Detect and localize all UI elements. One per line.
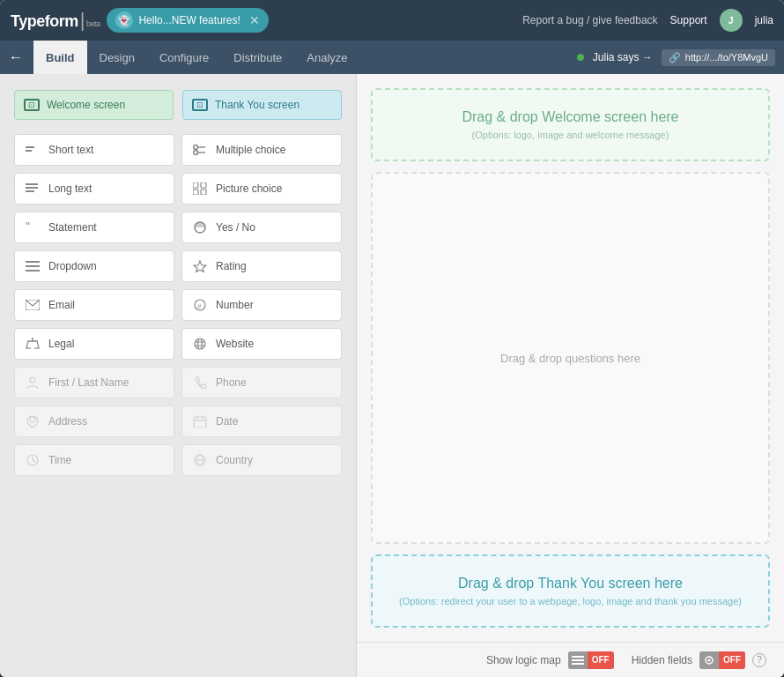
svg-rect-11 — [193, 190, 198, 195]
field-label: Long text — [48, 182, 92, 195]
svg-rect-7 — [26, 187, 38, 189]
field-label: Statement — [48, 221, 97, 234]
field-phone: Phone — [181, 367, 342, 398]
field-label: Phone — [216, 376, 247, 389]
avatar: J — [720, 9, 743, 32]
nav-build[interactable]: Build — [33, 41, 87, 74]
field-website[interactable]: Website — [181, 328, 342, 360]
nav-configure[interactable]: Configure — [147, 41, 221, 74]
field-time: Time — [14, 444, 174, 476]
legal-icon — [24, 337, 41, 351]
svg-point-31 — [30, 377, 35, 383]
email-icon — [24, 298, 41, 312]
hidden-fields-toggle-icon — [699, 651, 719, 669]
field-dropdown[interactable]: Dropdown — [14, 250, 174, 282]
nav-analyze[interactable]: Analyze — [294, 41, 359, 74]
field-email[interactable]: Email — [14, 289, 174, 321]
close-icon[interactable]: ✕ — [249, 13, 260, 27]
field-number[interactable]: # Number — [181, 289, 342, 321]
svg-text:#: # — [197, 302, 202, 310]
svg-point-2 — [194, 145, 198, 150]
sidebar: ⊡ Welcome screen ⊡ Thank You screen Shor… — [0, 74, 357, 677]
field-short-text[interactable]: Short text — [14, 134, 174, 166]
field-label: First / Last Name — [48, 376, 129, 389]
topbar-right: Report a bug / give feedback Support J j… — [522, 9, 773, 32]
svg-marker-18 — [194, 261, 206, 272]
nav-right: Julia says → 🔗 http://.../to/Y8MvgU — [577, 49, 775, 66]
welcome-screen-button[interactable]: ⊡ Welcome screen — [14, 90, 174, 120]
app-window: Typeform | beta 👻 Hello...NEW features! … — [0, 0, 784, 677]
notification-tab[interactable]: 👻 Hello...NEW features! ✕ — [107, 8, 268, 33]
svg-rect-8 — [26, 190, 34, 192]
thankyou-drop-zone[interactable]: Drag & drop Thank You screen here (Optio… — [371, 554, 770, 628]
dropdown-icon — [24, 259, 41, 273]
logic-map-toggle[interactable]: OFF — [568, 651, 614, 669]
address-icon — [24, 414, 41, 428]
hidden-fields-label: Hidden fields — [632, 654, 692, 666]
svg-rect-9 — [193, 182, 198, 188]
logic-map-control: Show logic map OFF — [486, 651, 614, 669]
svg-point-32 — [30, 417, 35, 422]
field-yes-no[interactable]: Yes / No — [181, 212, 342, 243]
field-label: Address — [48, 415, 87, 428]
main-content: ⊡ Welcome screen ⊡ Thank You screen Shor… — [0, 74, 784, 677]
person-icon — [24, 376, 41, 390]
support-link[interactable]: Support — [670, 14, 707, 26]
svg-line-39 — [33, 460, 35, 462]
field-country: Country — [181, 444, 342, 476]
thank-you-screen-icon: ⊡ — [192, 99, 208, 111]
hidden-fields-off-label: OFF — [719, 651, 745, 669]
field-multiple-choice[interactable]: Multiple choice — [181, 134, 342, 166]
phone-icon — [191, 376, 209, 390]
field-label: Picture choice — [216, 182, 282, 195]
svg-line-25 — [37, 341, 39, 348]
help-icon[interactable]: ? — [752, 653, 766, 667]
field-label: Multiple choice — [216, 144, 285, 156]
svg-rect-0 — [26, 146, 34, 148]
svg-rect-45 — [572, 663, 584, 665]
feedback-link[interactable]: Report a bug / give feedback — [522, 14, 657, 26]
svg-rect-10 — [201, 182, 206, 188]
questions-drop-title: Drag & drop questions here — [500, 352, 640, 365]
field-picture-choice[interactable]: Picture choice — [181, 173, 342, 205]
preview-icon: 🔗 — [669, 52, 681, 63]
back-button[interactable]: ← — [9, 49, 23, 65]
nav-distribute[interactable]: Distribute — [221, 41, 294, 74]
date-icon — [191, 414, 209, 428]
field-label: Number — [216, 299, 254, 311]
field-statement[interactable]: " Statement — [14, 212, 174, 243]
thank-you-screen-label: Thank You screen — [215, 99, 300, 111]
thank-you-screen-button[interactable]: ⊡ Thank You screen — [182, 90, 342, 120]
hidden-fields-toggle[interactable]: OFF — [699, 651, 745, 669]
field-label: Yes / No — [216, 221, 255, 234]
field-address: Address — [14, 405, 174, 437]
notification-text: Hello...NEW features! — [138, 14, 240, 26]
svg-point-3 — [194, 151, 198, 155]
welcome-drop-title: Drag & drop Welcome screen here — [390, 109, 751, 125]
field-label: Time — [48, 454, 71, 466]
preview-url: http://.../to/Y8MvgU — [685, 52, 768, 63]
picture-choice-icon — [191, 182, 209, 196]
field-long-text[interactable]: Long text — [14, 173, 174, 205]
welcome-drop-zone[interactable]: Drag & drop Welcome screen here (Options… — [371, 88, 770, 161]
svg-rect-33 — [194, 417, 206, 428]
questions-drop-zone[interactable]: Drag & drop questions here — [371, 172, 770, 544]
field-label: Date — [216, 415, 238, 428]
multiple-choice-icon — [191, 143, 209, 157]
svg-text:": " — [26, 222, 30, 233]
field-label: Website — [216, 338, 254, 350]
welcome-screen-icon: ⊡ — [24, 99, 40, 111]
number-icon: # — [191, 298, 209, 312]
hidden-fields-control: Hidden fields OFF ? — [632, 651, 766, 669]
screen-buttons: ⊡ Welcome screen ⊡ Thank You screen — [14, 90, 342, 120]
field-legal[interactable]: Legal — [14, 328, 174, 360]
preview-link[interactable]: 🔗 http://.../to/Y8MvgU — [662, 49, 775, 66]
field-label: Rating — [216, 260, 247, 272]
status-text: Julia says → — [593, 51, 653, 63]
thankyou-drop-title: Drag & drop Thank You screen here — [390, 576, 751, 591]
svg-rect-44 — [572, 659, 584, 661]
navbar: ← Build Design Configure Distribute Anal… — [0, 41, 784, 74]
nav-design[interactable]: Design — [87, 41, 147, 74]
field-rating[interactable]: Rating — [181, 250, 342, 282]
drop-area-wrapper: Drag & drop Welcome screen here (Options… — [357, 74, 784, 677]
